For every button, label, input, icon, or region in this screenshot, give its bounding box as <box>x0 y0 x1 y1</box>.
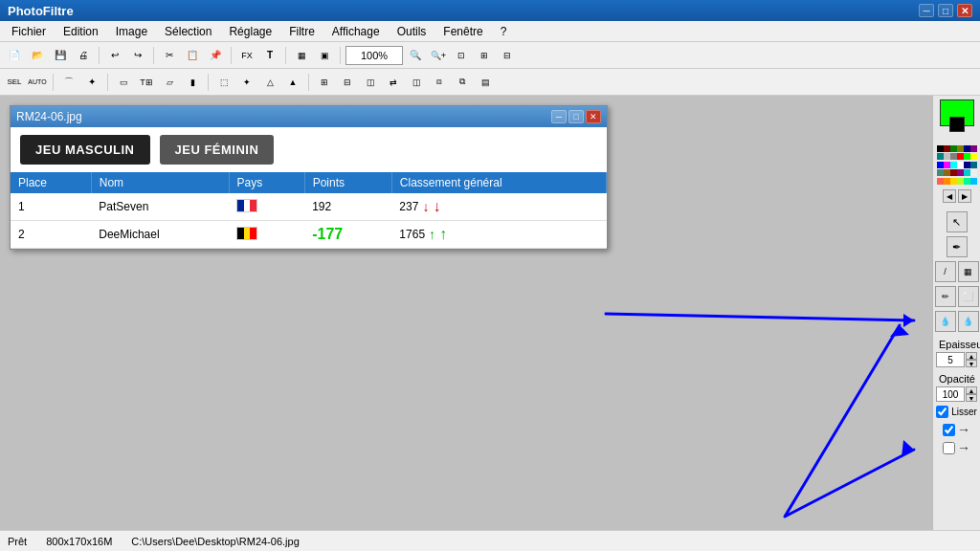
palette-color[interactable] <box>970 169 977 176</box>
palette-color[interactable] <box>944 169 950 176</box>
copy-btn[interactable]: 📋 <box>182 45 203 66</box>
palette-left[interactable]: ◀ <box>943 189 956 203</box>
menu-reglage[interactable]: Réglage <box>221 23 279 40</box>
palette-color[interactable] <box>937 178 944 185</box>
menu-fichier[interactable]: Fichier <box>4 23 54 40</box>
new-btn[interactable]: 📄 <box>4 45 25 66</box>
sel5-btn[interactable]: ⧉ <box>452 72 473 93</box>
tri-btn[interactable]: △ <box>259 72 280 93</box>
auto-btn[interactable]: AUTO <box>27 72 48 93</box>
menu-image[interactable]: Image <box>108 23 155 40</box>
thickness-input[interactable] <box>936 352 965 367</box>
zoom-full[interactable]: ⊞ <box>474 45 495 66</box>
feminine-button[interactable]: JEU FÉMININ <box>160 135 275 165</box>
brush-tool[interactable]: ✏ <box>935 286 956 307</box>
palette-color[interactable] <box>957 145 964 152</box>
flip-btn[interactable]: ⇄ <box>383 72 404 93</box>
palette-color[interactable] <box>970 178 977 185</box>
menu-outils[interactable]: Outils <box>390 23 434 40</box>
palette-color[interactable] <box>964 162 970 168</box>
sel4-btn[interactable]: ⧈ <box>429 72 450 93</box>
palette-color[interactable] <box>950 162 957 168</box>
lasso-btn[interactable]: ⌒ <box>58 72 79 93</box>
thickness-up[interactable]: ▲ <box>966 352 977 360</box>
palette-color[interactable] <box>957 169 964 176</box>
zoom-in[interactable]: 🔍+ <box>428 45 449 66</box>
arrow1-checkbox[interactable] <box>943 424 955 436</box>
background-color[interactable] <box>949 117 965 132</box>
rect-sel-btn[interactable]: ▭ <box>113 72 134 93</box>
menu-selection[interactable]: Sélection <box>157 23 219 40</box>
sel3-btn[interactable]: ◫ <box>406 72 427 93</box>
palette-color[interactable] <box>937 145 944 152</box>
palette-color[interactable] <box>944 178 950 185</box>
palette-color[interactable] <box>950 145 957 152</box>
close-button[interactable]: ✕ <box>957 4 972 17</box>
opacity-down[interactable]: ▼ <box>966 394 977 402</box>
palette-color[interactable] <box>964 153 970 160</box>
sel6-btn[interactable]: ▤ <box>475 72 496 93</box>
move-btn[interactable]: ⊞ <box>314 72 335 93</box>
eyedropper-tool[interactable]: ✒ <box>947 236 968 257</box>
menu-help[interactable]: ? <box>493 23 515 40</box>
drop2-tool[interactable]: 💧 <box>958 311 979 332</box>
palette-color[interactable] <box>937 169 944 176</box>
zoom-search[interactable]: 🔍 <box>405 45 426 66</box>
palette-color[interactable] <box>937 153 944 160</box>
zoom-fit[interactable]: ⊡ <box>451 45 472 66</box>
fill-tool[interactable]: ▦ <box>958 261 979 282</box>
thickness-down[interactable]: ▼ <box>966 360 977 367</box>
menu-affichage[interactable]: Affichage <box>324 23 388 40</box>
effects-btn[interactable]: FX <box>236 45 257 66</box>
opacity-up[interactable]: ▲ <box>966 386 977 394</box>
open-btn[interactable]: 📂 <box>27 45 48 66</box>
palette-color[interactable] <box>950 178 957 185</box>
palette-color[interactable] <box>964 178 970 185</box>
copy2-btn[interactable]: ⊟ <box>337 72 358 93</box>
palette-color[interactable] <box>964 169 970 176</box>
zoom-input[interactable] <box>345 46 403 65</box>
smooth-checkbox[interactable] <box>936 406 948 418</box>
magic-btn[interactable]: ✦ <box>81 72 102 93</box>
save-btn[interactable]: 💾 <box>50 45 71 66</box>
palette-color[interactable] <box>970 145 977 152</box>
undo-btn[interactable]: ↩ <box>104 45 125 66</box>
cursor-tool[interactable]: ↖ <box>947 211 968 232</box>
palette-color[interactable] <box>970 162 977 168</box>
masculine-button[interactable]: JEU MASCULIN <box>20 135 150 165</box>
palette-color[interactable] <box>937 162 944 168</box>
rect3-btn[interactable]: ▮ <box>182 72 203 93</box>
maximize-button[interactable]: □ <box>938 4 953 17</box>
opacity-input[interactable] <box>936 386 965 402</box>
palette-color[interactable] <box>950 169 957 176</box>
doc-maximize[interactable]: □ <box>568 110 584 123</box>
paste-btn[interactable]: 📌 <box>205 45 226 66</box>
pencil-tool[interactable]: / <box>935 261 956 282</box>
water-tool[interactable]: 💧 <box>935 311 956 332</box>
palette-color[interactable] <box>957 178 964 185</box>
zoom-actual[interactable]: ⊟ <box>497 45 518 66</box>
text-btn[interactable]: T <box>259 45 280 66</box>
menu-filtre[interactable]: Filtre <box>281 23 323 40</box>
filter1-btn[interactable]: ▦ <box>291 45 312 66</box>
star-btn[interactable]: ✦ <box>236 72 257 93</box>
menu-edition[interactable]: Edition <box>56 23 106 40</box>
palette-color[interactable] <box>950 153 957 160</box>
doc-minimize[interactable]: ─ <box>551 110 567 123</box>
cut-btn[interactable]: ✂ <box>159 45 180 66</box>
palette-color[interactable] <box>944 145 950 152</box>
eraser-tool[interactable]: ⬜ <box>958 286 979 307</box>
text2-btn[interactable]: T⊞ <box>136 72 157 93</box>
minimize-button[interactable]: ─ <box>919 4 934 17</box>
redo-btn[interactable]: ↪ <box>127 45 148 66</box>
rect2-btn[interactable]: ▱ <box>159 72 180 93</box>
palette-color[interactable] <box>944 153 950 160</box>
palette-color[interactable] <box>957 162 964 168</box>
doc-close[interactable]: ✕ <box>586 110 601 123</box>
palette-color[interactable] <box>970 153 977 160</box>
palette-color[interactable] <box>957 153 964 160</box>
palette-right[interactable]: ▶ <box>958 189 971 203</box>
arrow2-checkbox[interactable] <box>943 442 955 454</box>
print-btn[interactable]: 🖨 <box>73 45 94 66</box>
filter2-btn[interactable]: ▣ <box>314 45 335 66</box>
